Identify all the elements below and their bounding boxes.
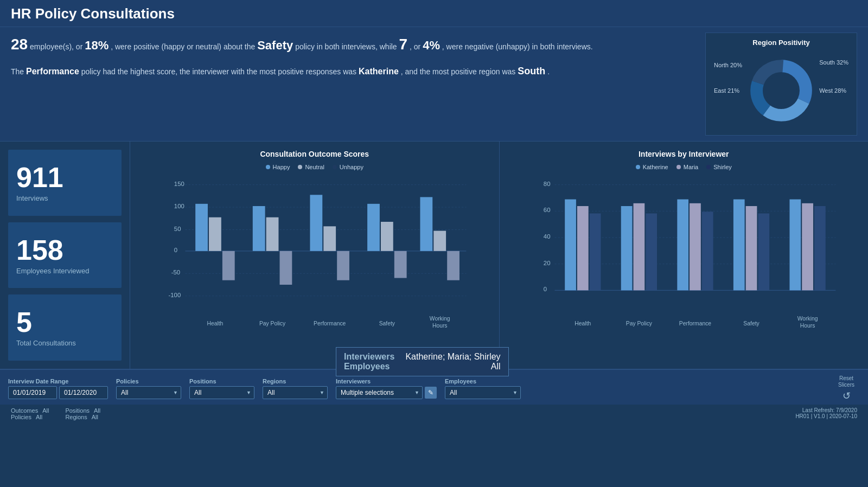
ilabel-health: Health — [575, 321, 591, 326]
legend-happy-dot — [266, 165, 270, 169]
filter-interviewers-label: Interviewers — [336, 378, 437, 385]
legend-katherine-dot — [636, 165, 640, 169]
regions-select[interactable]: All — [263, 386, 328, 399]
svg-text:40: 40 — [543, 233, 550, 240]
summary-pct1: 18% — [85, 39, 108, 52]
legend-katherine: Katherine — [636, 164, 668, 170]
employees-select[interactable]: All — [445, 386, 521, 399]
legend-katherine-label: Katherine — [643, 164, 668, 170]
footer-outcomes-value: All — [42, 407, 49, 414]
summary-region: South — [518, 66, 545, 76]
date-end-input[interactable] — [59, 386, 108, 399]
bar-unhappy-safety — [394, 251, 407, 278]
label-health: Health — [207, 321, 223, 326]
summary-policy1: Safety — [257, 39, 293, 52]
ibar-shirley-performance — [701, 212, 713, 290]
kpi-consultations-number: 5 — [16, 308, 32, 336]
svg-text:20: 20 — [543, 260, 550, 266]
ibar-katherine-workinghours — [789, 200, 801, 291]
footer-section: Outcomes All Policies All Positions All … — [0, 405, 868, 423]
legend-happy-label: Happy — [273, 164, 290, 170]
ibar-maria-performance — [690, 203, 701, 291]
policies-select-wrapper: All — [116, 386, 181, 399]
bar-happy-health — [195, 204, 208, 251]
bar-unhappy-performance — [337, 251, 349, 280]
kpi-panel: 911 Interviews 158 Employees Interviewed… — [0, 142, 130, 369]
summary-interviewer: Katherine — [359, 67, 399, 76]
svg-text:80: 80 — [543, 181, 550, 187]
positions-select-wrapper: All — [189, 386, 254, 399]
ibar-maria-paypolicy — [633, 203, 644, 291]
summary-section: 28 employee(s), or 18% , were positive (… — [0, 27, 868, 142]
ilabel-safety: Safety — [743, 321, 760, 326]
header: HR Policy Consultations — [0, 0, 868, 27]
positions-select[interactable]: All — [189, 386, 254, 399]
svg-text:60: 60 — [543, 207, 550, 213]
footer-positions-label: Positions — [65, 407, 90, 414]
filter-date-range-label: Interview Date Range — [8, 378, 108, 385]
ibar-shirley-workinghours — [814, 206, 826, 290]
footer-meta: Last Refresh: 7/9/2020 HR01 | V1.0 | 202… — [795, 407, 857, 419]
ibar-katherine-health — [565, 200, 576, 291]
legend-shirley-dot — [706, 165, 711, 169]
legend-shirley: Shirley — [706, 164, 732, 170]
filter-employees-label: Employees — [445, 378, 521, 385]
filter-employees: Employees All — [445, 378, 521, 399]
consultation-chart-title: Consultation Outcome Scores — [138, 150, 491, 158]
page-title: HR Policy Consultations — [11, 5, 857, 22]
ilabel-performance: Performance — [679, 321, 711, 326]
interviewers-tooltip: Interviewers Katherine; Maria; Shirley E… — [336, 347, 509, 376]
filter-positions-label: Positions — [189, 378, 254, 385]
ibar-shirley-health — [589, 213, 601, 290]
bar-happy-paypolicy — [253, 206, 265, 251]
legend-happy: Happy — [266, 164, 290, 170]
footer-policies-label: Policies — [11, 414, 31, 420]
bar-neutral-safety — [381, 222, 393, 251]
bar-neutral-performance — [323, 226, 336, 251]
summary-line2: The Performance policy had the highest s… — [11, 63, 694, 79]
interviewer-legend: Katherine Maria Shirley — [508, 164, 860, 170]
date-start-input[interactable] — [8, 386, 57, 399]
kpi-interviews-label: Interviews — [16, 194, 48, 202]
summary-text: 28 employee(s), or 18% , were positive (… — [11, 33, 694, 136]
main-content: 911 Interviews 158 Employees Interviewed… — [0, 142, 868, 369]
reset-slicers-button[interactable]: Reset Slicers ↺ — [833, 375, 860, 402]
kpi-consultations-label: Total Consultations — [16, 339, 76, 347]
kpi-interviews-number: 911 — [16, 163, 63, 191]
summary-policy2: Performance — [26, 67, 79, 76]
bar-happy-safety — [367, 204, 380, 251]
interviewers-select[interactable]: Multiple selections — [336, 386, 423, 399]
tooltip-employees-label: Employees — [344, 362, 390, 371]
footer-positions-value: All — [94, 407, 100, 414]
filter-interviewers: Interviewers Multiple selections ✎ Inter… — [336, 378, 437, 399]
kpi-employees-number: 158 — [16, 236, 63, 264]
policies-select[interactable]: All — [116, 386, 181, 399]
summary-num2: 7 — [399, 36, 408, 53]
filter-positions: Positions All — [189, 378, 254, 399]
label-workinghours1: Working — [430, 316, 450, 322]
interviewers-edit-button[interactable]: ✎ — [425, 387, 437, 399]
footer-filters-display: Outcomes All Policies All Positions All … — [11, 407, 100, 420]
last-refresh: Last Refresh: 7/9/2020 — [795, 407, 857, 413]
charts-panel: Consultation Outcome Scores Happy Neutra… — [130, 142, 868, 369]
ibar-katherine-paypolicy — [621, 206, 632, 290]
bar-happy-performance — [310, 195, 322, 251]
legend-unhappy: Unhappy — [333, 164, 363, 170]
filter-regions: Regions All — [263, 378, 328, 399]
legend-neutral-dot — [298, 165, 302, 169]
ibar-maria-health — [577, 206, 588, 290]
tooltip-interviewers-label: Interviewers — [344, 352, 394, 362]
interviewer-bar-chart: 80 60 40 20 0 Health — [508, 175, 860, 332]
bar-happy-workinghours — [420, 197, 432, 251]
region-north-label: North 20% — [714, 62, 742, 68]
bar-unhappy-paypolicy — [280, 251, 292, 285]
interviewer-chart-section: Interviews by Interviewer Katherine Mari… — [500, 142, 869, 369]
legend-maria-label: Maria — [684, 164, 699, 170]
region-positivity-title: Region Positivity — [714, 39, 848, 47]
consultation-bar-chart: 150 100 50 0 -50 -100 — [138, 175, 491, 332]
region-east-label: East 21% — [714, 87, 742, 94]
svg-text:-100: -100 — [168, 292, 181, 298]
bar-neutral-paypolicy — [266, 217, 279, 251]
legend-maria: Maria — [676, 164, 699, 170]
filter-policies-label: Policies — [116, 378, 181, 385]
